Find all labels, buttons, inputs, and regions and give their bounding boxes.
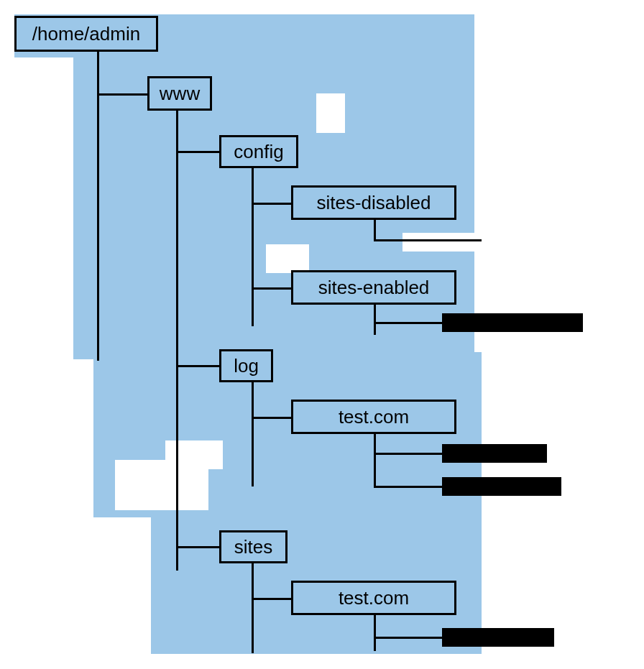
dir-label: /home/admin xyxy=(32,23,140,45)
dir-label: sites-enabled xyxy=(318,277,430,299)
dir-sites: sites xyxy=(219,530,288,563)
file-sites-index: index.html xyxy=(442,628,554,647)
file-label: access.log xyxy=(448,476,529,497)
file-label: error.log xyxy=(448,443,511,463)
dir-sites-disabled: sites-disabled xyxy=(291,185,456,220)
file-label: test.com.conf xyxy=(448,313,551,333)
dir-label: sites xyxy=(234,536,272,558)
file-sites-enabled-conf: test.com.conf xyxy=(442,313,583,332)
dir-log-testcom: test.com xyxy=(291,400,456,434)
directory-tree-diagram: /home/admin www config sites-disabled si… xyxy=(0,0,644,669)
file-log-1: error.log xyxy=(442,444,547,463)
dir-home-admin: /home/admin xyxy=(14,16,158,52)
dir-label: test.com xyxy=(339,406,409,428)
file-log-2: access.log xyxy=(442,477,561,496)
dir-label: www xyxy=(160,83,200,105)
dir-label: config xyxy=(234,141,283,163)
dir-www: www xyxy=(147,76,212,111)
dir-log: log xyxy=(219,349,273,382)
dir-label: sites-disabled xyxy=(317,192,431,214)
dir-label: log xyxy=(234,355,259,377)
dir-sites-enabled: sites-enabled xyxy=(291,270,456,305)
file-label: index.html xyxy=(448,627,526,647)
dir-sites-testcom: test.com xyxy=(291,581,456,615)
dir-label: test.com xyxy=(339,587,409,609)
dir-config: config xyxy=(219,135,298,168)
